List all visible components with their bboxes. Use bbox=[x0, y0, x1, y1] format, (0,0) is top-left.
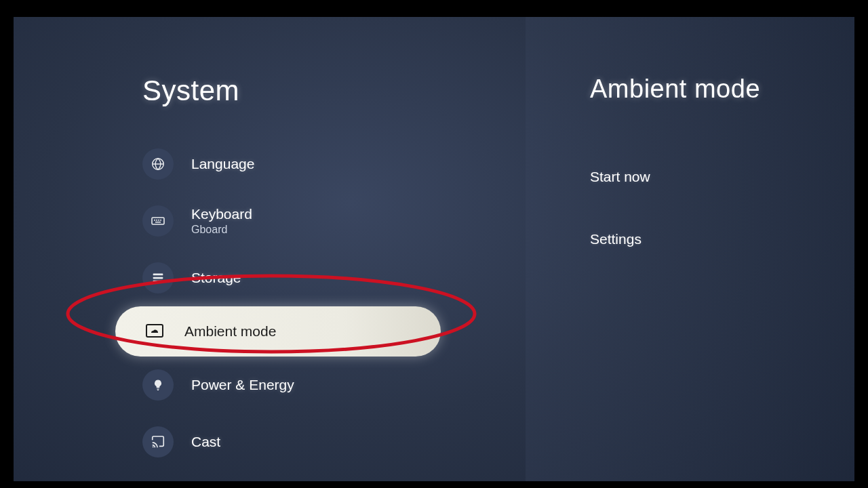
menu-item-label: Cast bbox=[191, 434, 220, 450]
menu-item-sublabel: Gboard bbox=[191, 224, 252, 236]
menu-item-cast[interactable]: Cast bbox=[142, 413, 526, 470]
submenu-item-start-now[interactable]: Start now bbox=[590, 152, 854, 201]
storage-icon bbox=[142, 262, 174, 293]
svg-rect-7 bbox=[153, 274, 163, 276]
svg-rect-3 bbox=[156, 220, 157, 221]
page-title-system: System bbox=[142, 75, 526, 107]
menu-item-label: Language bbox=[191, 156, 254, 172]
cast-icon bbox=[142, 426, 174, 458]
keyboard-icon bbox=[142, 205, 174, 237]
menu-item-label: Keyboard bbox=[191, 206, 252, 222]
system-menu: Language Keyboard Gboard bbox=[142, 136, 526, 481]
svg-rect-8 bbox=[153, 277, 163, 279]
submenu-item-settings[interactable]: Settings bbox=[590, 215, 854, 264]
page-title-ambient-mode: Ambient mode bbox=[590, 75, 854, 104]
bulb-icon bbox=[142, 369, 174, 401]
globe-icon bbox=[142, 148, 174, 180]
menu-item-ambient-mode[interactable]: Ambient mode bbox=[115, 306, 441, 357]
ambient-submenu: Start now Settings bbox=[590, 152, 854, 264]
menu-item-keyboard[interactable]: Keyboard Gboard bbox=[142, 192, 526, 249]
svg-point-13 bbox=[153, 446, 154, 447]
tv-settings-screen: System Language bbox=[14, 17, 854, 481]
right-panel: Ambient mode Start now Settings bbox=[526, 17, 854, 481]
left-panel: System Language bbox=[14, 17, 526, 481]
menu-item-storage[interactable]: Storage bbox=[142, 249, 526, 306]
svg-rect-11 bbox=[157, 388, 159, 389]
svg-rect-12 bbox=[157, 390, 159, 390]
svg-rect-1 bbox=[152, 218, 164, 224]
svg-rect-4 bbox=[158, 220, 159, 221]
svg-rect-2 bbox=[154, 220, 155, 221]
svg-rect-9 bbox=[153, 281, 163, 283]
menu-item-label: Storage bbox=[191, 270, 241, 286]
svg-rect-6 bbox=[155, 222, 161, 223]
ambient-icon bbox=[142, 319, 167, 344]
menu-item-label: Ambient mode bbox=[184, 323, 276, 340]
menu-item-label: Power & Energy bbox=[191, 377, 294, 393]
menu-item-power-energy[interactable]: Power & Energy bbox=[142, 357, 526, 413]
menu-item-restart[interactable]: Restart bbox=[142, 470, 526, 481]
menu-item-language[interactable]: Language bbox=[142, 136, 526, 192]
svg-rect-5 bbox=[160, 220, 161, 221]
